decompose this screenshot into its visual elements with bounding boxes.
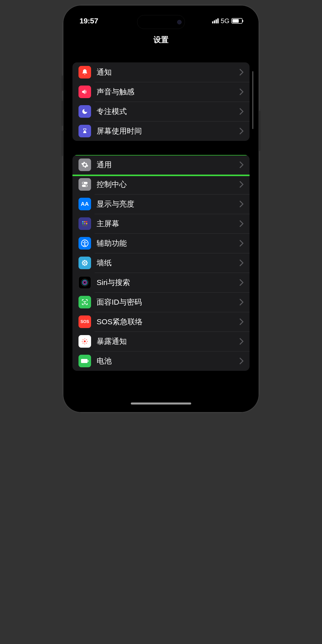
- chevron-right-icon: [239, 279, 244, 286]
- row-focus[interactable]: 专注模式: [72, 102, 250, 121]
- sos-icon: SOS: [78, 315, 91, 328]
- flower-icon: [78, 257, 91, 269]
- svg-point-26: [84, 301, 84, 302]
- svg-point-25: [84, 281, 86, 284]
- chevron-right-icon: [239, 358, 244, 364]
- chevron-right-icon: [239, 201, 244, 207]
- signal-icon: [212, 18, 219, 23]
- svg-rect-9: [86, 223, 87, 224]
- faceid-icon: [78, 296, 91, 308]
- row-accessibility[interactable]: 辅助功能: [72, 233, 250, 253]
- svg-rect-10: [82, 225, 87, 226]
- settings-group-1: 通知 声音与触感 专注模式: [72, 62, 250, 141]
- svg-point-21: [86, 264, 87, 265]
- chevron-right-icon: [239, 338, 244, 345]
- row-label: Siri与搜索: [97, 277, 239, 288]
- svg-rect-4: [82, 221, 84, 222]
- row-wallpaper[interactable]: 墙纸: [72, 253, 250, 273]
- row-label: 屏幕使用时间: [97, 126, 239, 136]
- battery-icon: [78, 355, 91, 367]
- chevron-right-icon: [239, 220, 244, 227]
- network-label: 5G: [221, 17, 229, 25]
- row-label: 主屏幕: [97, 219, 239, 229]
- svg-point-32: [87, 341, 88, 342]
- row-siri[interactable]: Siri与搜索: [72, 273, 250, 292]
- svg-point-33: [83, 339, 84, 340]
- front-camera: [177, 20, 182, 24]
- row-controlcenter[interactable]: 控制中心: [72, 175, 250, 194]
- row-general[interactable]: 通用: [72, 155, 250, 175]
- row-label: 控制中心: [97, 179, 239, 190]
- accessibility-icon: [78, 237, 91, 250]
- row-label: 墙纸: [97, 258, 239, 268]
- dynamic-island: [137, 15, 185, 29]
- svg-rect-7: [82, 223, 84, 224]
- moon-icon: [78, 105, 91, 118]
- row-screentime[interactable]: 屏幕使用时间: [72, 121, 250, 141]
- svg-point-1: [83, 182, 84, 184]
- row-label: 专注模式: [97, 106, 239, 117]
- chevron-right-icon: [239, 299, 244, 305]
- grid-icon: [78, 217, 91, 230]
- status-time: 19:57: [79, 17, 98, 25]
- svg-rect-38: [88, 360, 89, 362]
- chevron-right-icon: [239, 69, 244, 75]
- svg-rect-8: [84, 223, 86, 224]
- home-indicator[interactable]: [131, 403, 191, 405]
- volume-down-button: [62, 131, 63, 156]
- chevron-right-icon: [239, 240, 244, 247]
- row-sos[interactable]: SOS SOS紧急联络: [72, 312, 250, 332]
- power-button: [259, 111, 260, 151]
- svg-point-13: [84, 262, 86, 264]
- svg-point-20: [83, 264, 84, 265]
- settings-content[interactable]: 通知 声音与触感 专注模式: [67, 62, 255, 408]
- svg-point-30: [84, 343, 85, 344]
- page-title: 设置: [67, 35, 255, 45]
- chevron-right-icon: [239, 260, 244, 266]
- chevron-right-icon: [239, 318, 244, 325]
- row-homescreen[interactable]: 主屏幕: [72, 214, 250, 233]
- chevron-right-icon: [239, 181, 244, 188]
- battery-icon: [231, 18, 243, 24]
- speaker-icon: [78, 86, 91, 98]
- row-label: 辅助功能: [97, 238, 239, 249]
- row-sounds[interactable]: 声音与触感: [72, 82, 250, 102]
- bell-icon: [78, 66, 91, 78]
- svg-point-18: [83, 261, 84, 262]
- row-display[interactable]: AA 显示与亮度: [72, 194, 250, 214]
- volume-up-button: [62, 101, 63, 126]
- text-size-icon: AA: [78, 198, 91, 210]
- row-battery[interactable]: 电池: [72, 351, 250, 371]
- siri-icon: [78, 276, 91, 289]
- chevron-right-icon: [239, 162, 244, 168]
- svg-point-19: [86, 261, 87, 262]
- mute-switch: [62, 75, 63, 91]
- svg-point-34: [86, 339, 87, 340]
- svg-point-15: [84, 264, 86, 266]
- svg-point-35: [83, 343, 84, 344]
- svg-point-3: [86, 185, 87, 187]
- chevron-right-icon: [239, 108, 244, 115]
- hourglass-icon: [78, 125, 91, 137]
- gear-icon: [78, 158, 91, 171]
- row-label: 电池: [97, 356, 239, 366]
- status-right: 5G: [212, 17, 243, 25]
- svg-point-29: [84, 338, 85, 339]
- svg-point-12: [84, 241, 86, 242]
- exposure-icon: [78, 335, 91, 348]
- row-notifications[interactable]: 通知: [72, 62, 250, 82]
- row-faceid[interactable]: 面容ID与密码: [72, 292, 250, 312]
- switch-icon: [78, 178, 91, 191]
- svg-rect-5: [84, 221, 86, 222]
- chevron-right-icon: [239, 128, 244, 134]
- svg-point-14: [84, 260, 86, 261]
- row-label: 通用: [97, 160, 239, 170]
- svg-point-31: [82, 341, 83, 342]
- row-label: 声音与触感: [97, 87, 239, 97]
- svg-point-27: [86, 301, 86, 302]
- svg-point-36: [86, 343, 87, 344]
- row-label: 面容ID与密码: [97, 297, 239, 307]
- svg-rect-6: [86, 221, 87, 222]
- svg-point-17: [86, 262, 88, 264]
- row-exposure[interactable]: 暴露通知: [72, 332, 250, 351]
